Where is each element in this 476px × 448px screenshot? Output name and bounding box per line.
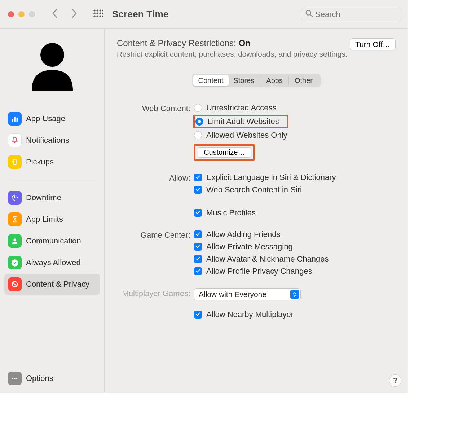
check-gc-pm[interactable]: Allow Private Messaging <box>194 242 329 251</box>
sidebar-item-options[interactable]: Options <box>4 368 100 389</box>
check-label: Allow Avatar & Nickname Changes <box>206 254 329 264</box>
sidebar: App Usage Notifications Pickups Downtime <box>0 29 105 393</box>
check-web-siri[interactable]: Web Search Content in Siri <box>194 185 336 194</box>
sidebar-item-label: Content & Privacy <box>26 280 89 289</box>
check-music-profiles[interactable]: Music Profiles <box>194 208 336 218</box>
svg-point-21 <box>13 239 16 241</box>
svg-point-1 <box>96 9 98 11</box>
check-gc-avatar[interactable]: Allow Avatar & Nickname Changes <box>194 254 329 264</box>
radio-allowed-only[interactable]: Allowed Websites Only <box>194 131 287 140</box>
sidebar-item-app-usage[interactable]: App Usage <box>4 108 100 129</box>
svg-point-5 <box>96 12 98 14</box>
svg-rect-15 <box>12 119 13 122</box>
updown-chevron-icon <box>290 290 299 299</box>
svg-point-11 <box>102 15 103 17</box>
svg-point-14 <box>40 43 64 67</box>
svg-line-13 <box>310 14 312 17</box>
multiplayer-label: Multiplayer Games: <box>117 288 194 319</box>
check-label: Allow Adding Friends <box>206 230 280 239</box>
search-icon <box>305 9 315 19</box>
sidebar-item-content-privacy[interactable]: Content & Privacy <box>4 274 100 295</box>
ellipsis-icon <box>8 372 22 385</box>
check-label: Allow Nearby Multiplayer <box>206 310 294 319</box>
radio-label: Allowed Websites Only <box>206 131 287 140</box>
check-gc-friends[interactable]: Allow Adding Friends <box>194 230 329 239</box>
select-value: Allow with Everyone <box>199 290 266 299</box>
tab-content[interactable]: Content <box>193 75 229 86</box>
sidebar-item-label: App Limits <box>26 215 63 224</box>
nav-buttons <box>51 8 78 20</box>
turn-off-button[interactable]: Turn Off… <box>350 38 396 50</box>
check-label: Allow Private Messaging <box>206 242 293 251</box>
sidebar-item-label: Options <box>26 374 53 383</box>
game-center-label: Game Center: <box>117 230 194 276</box>
svg-rect-17 <box>17 118 18 122</box>
svg-point-18 <box>14 142 16 143</box>
svg-rect-19 <box>13 159 16 165</box>
check-label: Explicit Language in Siri & Dictionary <box>206 173 336 182</box>
svg-point-6 <box>99 12 101 14</box>
multiplayer-select[interactable]: Allow with Everyone <box>194 288 301 300</box>
allow-label: Allow: <box>117 173 194 218</box>
search-field[interactable] <box>301 8 401 21</box>
svg-point-4 <box>93 12 95 14</box>
show-all-icon[interactable] <box>93 9 103 19</box>
search-input[interactable] <box>315 10 397 19</box>
svg-point-3 <box>102 9 103 11</box>
radio-unrestricted[interactable]: Unrestricted Access <box>194 103 287 113</box>
check-gc-profile[interactable]: Allow Profile Privacy Changes <box>194 267 329 276</box>
sidebar-item-downtime[interactable]: Downtime <box>4 187 100 208</box>
toolbar: Screen Time <box>0 0 408 29</box>
no-entry-icon <box>8 277 22 291</box>
check-badge-icon <box>8 256 22 269</box>
pickup-icon <box>8 155 22 169</box>
customize-button[interactable]: Customize… <box>198 147 251 158</box>
clock-icon <box>8 191 22 205</box>
check-label: Allow Profile Privacy Changes <box>206 267 312 276</box>
person-icon <box>8 234 22 248</box>
radio-label: Limit Adult Websites <box>208 117 279 126</box>
sidebar-separator <box>7 180 97 180</box>
tab-other[interactable]: Other <box>290 75 318 86</box>
zoom-window-button[interactable] <box>29 11 35 17</box>
window-controls <box>8 11 35 17</box>
back-button[interactable] <box>51 8 60 20</box>
svg-point-25 <box>14 378 16 379</box>
radio-limit-adult[interactable]: Limit Adult Websites <box>195 117 279 126</box>
svg-point-24 <box>12 378 14 379</box>
svg-point-8 <box>93 15 95 17</box>
close-window-button[interactable] <box>8 11 14 17</box>
section-heading: Content & Privacy Restrictions: On <box>117 38 348 48</box>
segmented-control: Content Stores Apps Other <box>192 74 321 87</box>
hourglass-icon <box>8 212 22 226</box>
sidebar-item-label: Communication <box>26 236 81 246</box>
tab-stores[interactable]: Stores <box>229 75 260 86</box>
sidebar-item-notifications[interactable]: Notifications <box>4 130 100 151</box>
sidebar-item-label: Always Allowed <box>26 258 81 267</box>
radio-label: Unrestricted Access <box>206 103 276 113</box>
check-label: Music Profiles <box>206 208 256 218</box>
bar-chart-icon <box>8 112 22 126</box>
profile-avatar <box>4 37 100 95</box>
tab-apps[interactable]: Apps <box>261 75 288 86</box>
page-title: Screen Time <box>112 9 168 20</box>
svg-point-2 <box>99 9 101 11</box>
sidebar-item-label: Pickups <box>26 157 54 167</box>
web-content-label: Web Content: <box>117 103 194 161</box>
forward-button[interactable] <box>70 8 78 20</box>
sidebar-item-label: Downtime <box>26 193 61 202</box>
svg-point-7 <box>102 12 103 14</box>
sidebar-item-always-allowed[interactable]: Always Allowed <box>4 252 100 273</box>
sidebar-item-app-limits[interactable]: App Limits <box>4 209 100 230</box>
help-button[interactable]: ? <box>389 374 401 387</box>
minimize-window-button[interactable] <box>18 11 25 17</box>
sidebar-item-label: Notifications <box>26 136 69 145</box>
sidebar-item-pickups[interactable]: Pickups <box>4 151 100 172</box>
sidebar-item-communication[interactable]: Communication <box>4 230 100 251</box>
main-panel: Content & Privacy Restrictions: On Restr… <box>105 29 408 393</box>
svg-point-0 <box>93 9 95 11</box>
check-nearby-mp[interactable]: Allow Nearby Multiplayer <box>194 310 301 319</box>
check-explicit-siri[interactable]: Explicit Language in Siri & Dictionary <box>194 173 336 182</box>
svg-line-23 <box>13 282 17 286</box>
sidebar-item-label: App Usage <box>26 114 65 123</box>
